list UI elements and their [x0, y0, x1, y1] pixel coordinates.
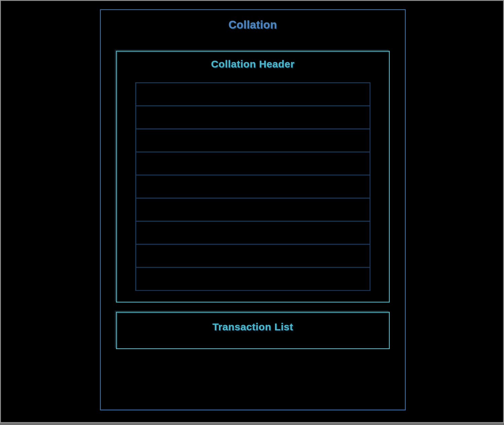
header-row	[136, 175, 370, 198]
header-row	[136, 244, 370, 267]
header-row	[136, 198, 370, 221]
header-row	[136, 105, 370, 129]
header-row	[136, 151, 370, 175]
title-text: Transaction List	[212, 321, 293, 332]
collation-container: Collation Collation Collation Collation …	[100, 9, 406, 411]
header-rows	[135, 82, 371, 291]
transaction-list-title: Transaction List Transaction List Transa…	[128, 321, 378, 333]
collation-header-title: Collation Header Collation Header Collat…	[128, 58, 378, 70]
title-text: Collation Header	[211, 58, 294, 70]
header-row	[136, 82, 370, 105]
diagram-canvas: Collation Collation Collation Collation …	[0, 0, 504, 423]
title-text: Collation	[228, 18, 277, 31]
collation-header-container: Collation Header Collation Header Collat…	[116, 51, 390, 302]
header-row	[136, 267, 370, 290]
collation-title: Collation Collation Collation Collation	[113, 18, 393, 32]
header-row	[136, 221, 370, 244]
transaction-list-container: Transaction List Transaction List Transa…	[116, 312, 390, 349]
header-row	[136, 128, 370, 151]
scale-wrapper: Collation Collation Collation Collation …	[0, 0, 504, 423]
